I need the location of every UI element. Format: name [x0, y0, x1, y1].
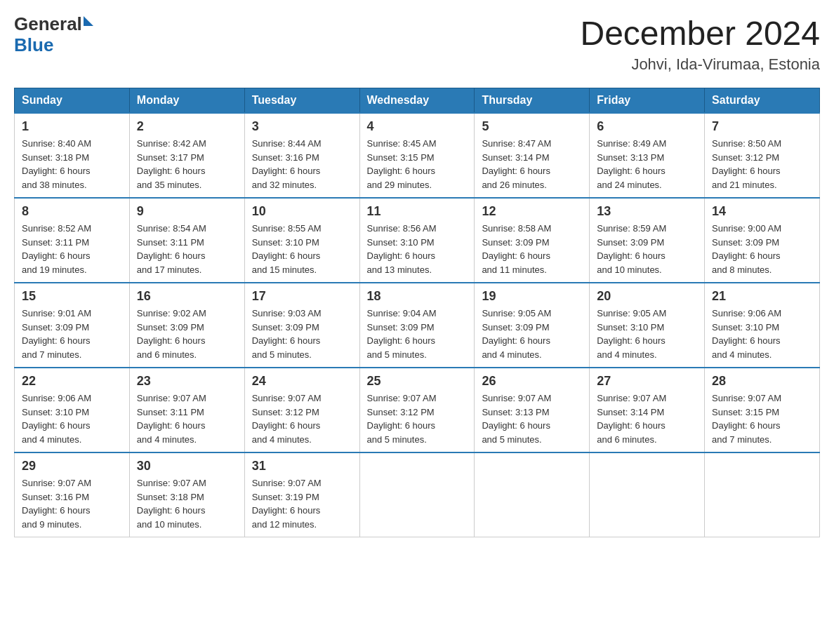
day-info: Sunrise: 8:52 AMSunset: 3:11 PMDaylight:…	[22, 222, 122, 276]
day-info: Sunrise: 8:45 AMSunset: 3:15 PMDaylight:…	[367, 137, 468, 192]
calendar-week-2: 8Sunrise: 8:52 AMSunset: 3:11 PMDaylight…	[15, 198, 820, 283]
col-tuesday: Tuesday	[244, 88, 359, 114]
calendar-title: December 2024	[580, 14, 820, 53]
day-number: 6	[597, 119, 697, 134]
day-info: Sunrise: 9:00 AMSunset: 3:09 PMDaylight:…	[712, 222, 812, 276]
day-number: 17	[252, 289, 352, 304]
day-info: Sunrise: 9:07 AMSunset: 3:12 PMDaylight:…	[252, 391, 352, 446]
day-number: 28	[712, 374, 812, 389]
calendar-cell: 16Sunrise: 9:02 AMSunset: 3:09 PMDayligh…	[129, 283, 244, 368]
logo-triangle-icon	[84, 16, 93, 26]
day-number: 13	[597, 204, 697, 219]
calendar-cell: 29Sunrise: 9:07 AMSunset: 3:16 PMDayligh…	[15, 452, 130, 537]
day-number: 24	[252, 374, 352, 389]
calendar-cell: 22Sunrise: 9:06 AMSunset: 3:10 PMDayligh…	[15, 368, 130, 452]
day-info: Sunrise: 8:58 AMSunset: 3:09 PMDaylight:…	[482, 222, 582, 276]
logo-blue: Blue	[14, 34, 53, 55]
calendar-cell: 30Sunrise: 9:07 AMSunset: 3:18 PMDayligh…	[129, 452, 244, 537]
day-info: Sunrise: 9:06 AMSunset: 3:10 PMDaylight:…	[712, 307, 812, 361]
calendar-week-4: 22Sunrise: 9:06 AMSunset: 3:10 PMDayligh…	[15, 368, 820, 452]
calendar-cell: 4Sunrise: 8:45 AMSunset: 3:15 PMDaylight…	[359, 113, 475, 198]
calendar-cell: 2Sunrise: 8:42 AMSunset: 3:17 PMDaylight…	[129, 113, 244, 198]
calendar-week-3: 15Sunrise: 9:01 AMSunset: 3:09 PMDayligh…	[15, 283, 820, 368]
day-number: 9	[137, 204, 237, 219]
day-info: Sunrise: 9:07 AMSunset: 3:18 PMDaylight:…	[137, 476, 237, 531]
calendar-cell: 17Sunrise: 9:03 AMSunset: 3:09 PMDayligh…	[244, 283, 359, 368]
calendar-cell: 5Sunrise: 8:47 AMSunset: 3:14 PMDaylight…	[475, 113, 590, 198]
calendar-cell: 8Sunrise: 8:52 AMSunset: 3:11 PMDaylight…	[15, 198, 130, 283]
day-info: Sunrise: 8:42 AMSunset: 3:17 PMDaylight:…	[137, 137, 237, 192]
calendar-week-5: 29Sunrise: 9:07 AMSunset: 3:16 PMDayligh…	[15, 452, 820, 537]
calendar-table: Sunday Monday Tuesday Wednesday Thursday…	[14, 88, 820, 537]
day-number: 18	[367, 289, 468, 304]
calendar-cell	[590, 452, 705, 537]
day-number: 14	[712, 204, 812, 219]
day-number: 8	[22, 204, 122, 219]
calendar-cell: 21Sunrise: 9:06 AMSunset: 3:10 PMDayligh…	[705, 283, 820, 368]
calendar-cell: 10Sunrise: 8:55 AMSunset: 3:10 PMDayligh…	[244, 198, 359, 283]
calendar-cell	[359, 452, 475, 537]
day-number: 15	[22, 289, 122, 304]
calendar-cell: 31Sunrise: 9:07 AMSunset: 3:19 PMDayligh…	[244, 452, 359, 537]
day-info: Sunrise: 9:07 AMSunset: 3:12 PMDaylight:…	[367, 391, 468, 446]
day-info: Sunrise: 9:07 AMSunset: 3:13 PMDaylight:…	[482, 391, 582, 446]
calendar-cell: 7Sunrise: 8:50 AMSunset: 3:12 PMDaylight…	[705, 113, 820, 198]
calendar-cell: 12Sunrise: 8:58 AMSunset: 3:09 PMDayligh…	[475, 198, 590, 283]
day-info: Sunrise: 9:07 AMSunset: 3:16 PMDaylight:…	[22, 476, 122, 531]
day-info: Sunrise: 8:50 AMSunset: 3:12 PMDaylight:…	[712, 137, 812, 192]
day-info: Sunrise: 8:59 AMSunset: 3:09 PMDaylight:…	[597, 222, 697, 276]
col-friday: Friday	[590, 88, 705, 114]
day-info: Sunrise: 9:05 AMSunset: 3:09 PMDaylight:…	[482, 307, 582, 361]
day-number: 29	[22, 459, 122, 474]
day-number: 7	[712, 119, 812, 134]
day-info: Sunrise: 9:07 AMSunset: 3:15 PMDaylight:…	[712, 391, 812, 446]
header-row: Sunday Monday Tuesday Wednesday Thursday…	[15, 88, 820, 114]
day-number: 1	[22, 119, 122, 134]
day-number: 10	[252, 204, 352, 219]
day-info: Sunrise: 9:06 AMSunset: 3:10 PMDaylight:…	[22, 391, 122, 446]
day-info: Sunrise: 9:07 AMSunset: 3:19 PMDaylight:…	[252, 476, 352, 531]
day-number: 19	[482, 289, 582, 304]
calendar-cell: 18Sunrise: 9:04 AMSunset: 3:09 PMDayligh…	[359, 283, 475, 368]
day-info: Sunrise: 8:54 AMSunset: 3:11 PMDaylight:…	[137, 222, 237, 276]
day-info: Sunrise: 9:01 AMSunset: 3:09 PMDaylight:…	[22, 307, 122, 361]
calendar-cell: 15Sunrise: 9:01 AMSunset: 3:09 PMDayligh…	[15, 283, 130, 368]
day-info: Sunrise: 9:07 AMSunset: 3:14 PMDaylight:…	[597, 391, 697, 446]
calendar-cell: 25Sunrise: 9:07 AMSunset: 3:12 PMDayligh…	[359, 368, 475, 452]
day-number: 30	[137, 459, 237, 474]
col-saturday: Saturday	[705, 88, 820, 114]
calendar-cell: 3Sunrise: 8:44 AMSunset: 3:16 PMDaylight…	[244, 113, 359, 198]
day-info: Sunrise: 9:07 AMSunset: 3:11 PMDaylight:…	[137, 391, 237, 446]
day-number: 5	[482, 119, 582, 134]
calendar-cell: 9Sunrise: 8:54 AMSunset: 3:11 PMDaylight…	[129, 198, 244, 283]
calendar-header: Sunday Monday Tuesday Wednesday Thursday…	[15, 88, 820, 114]
day-number: 25	[367, 374, 468, 389]
calendar-cell	[705, 452, 820, 537]
calendar-cell: 13Sunrise: 8:59 AMSunset: 3:09 PMDayligh…	[590, 198, 705, 283]
day-number: 20	[597, 289, 697, 304]
day-number: 3	[252, 119, 352, 134]
calendar-cell: 23Sunrise: 9:07 AMSunset: 3:11 PMDayligh…	[129, 368, 244, 452]
calendar-cell: 1Sunrise: 8:40 AMSunset: 3:18 PMDaylight…	[15, 113, 130, 198]
day-number: 22	[22, 374, 122, 389]
day-number: 27	[597, 374, 697, 389]
page-header: General Blue December 2024 Johvi, Ida-Vi…	[14, 14, 820, 74]
day-info: Sunrise: 8:47 AMSunset: 3:14 PMDaylight:…	[482, 137, 582, 192]
day-info: Sunrise: 8:40 AMSunset: 3:18 PMDaylight:…	[22, 137, 122, 192]
day-number: 2	[137, 119, 237, 134]
calendar-cell: 20Sunrise: 9:05 AMSunset: 3:10 PMDayligh…	[590, 283, 705, 368]
day-info: Sunrise: 8:44 AMSunset: 3:16 PMDaylight:…	[252, 137, 352, 192]
calendar-cell: 26Sunrise: 9:07 AMSunset: 3:13 PMDayligh…	[475, 368, 590, 452]
day-number: 23	[137, 374, 237, 389]
logo-general: General	[14, 14, 82, 34]
col-sunday: Sunday	[15, 88, 130, 114]
col-thursday: Thursday	[475, 88, 590, 114]
calendar-cell: 27Sunrise: 9:07 AMSunset: 3:14 PMDayligh…	[590, 368, 705, 452]
col-monday: Monday	[129, 88, 244, 114]
day-info: Sunrise: 8:49 AMSunset: 3:13 PMDaylight:…	[597, 137, 697, 192]
day-info: Sunrise: 9:04 AMSunset: 3:09 PMDaylight:…	[367, 307, 468, 361]
calendar-subtitle: Johvi, Ida-Virumaa, Estonia	[580, 55, 820, 74]
title-section: December 2024 Johvi, Ida-Virumaa, Estoni…	[580, 14, 820, 74]
day-number: 31	[252, 459, 352, 474]
logo: General Blue	[14, 14, 93, 56]
